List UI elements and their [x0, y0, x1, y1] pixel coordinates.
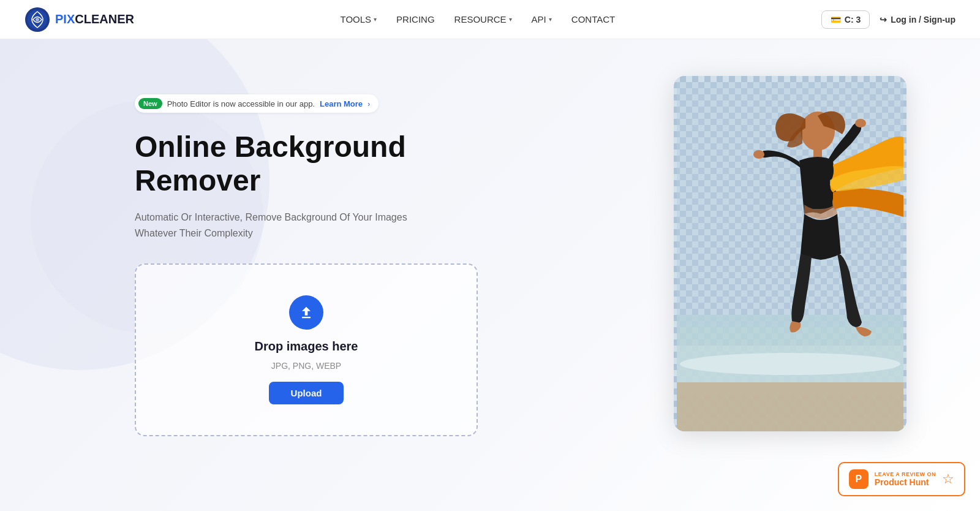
api-chevron-icon: ▾ [549, 16, 552, 23]
upload-button[interactable]: Upload [269, 382, 344, 404]
product-hunt-text: LEAVE A REVIEW ON Product Hunt [875, 471, 936, 487]
ph-bottom-text: Product Hunt [875, 477, 936, 487]
new-badge-label: New [138, 98, 162, 109]
navbar: PIXCLEANER TOOLS ▾ PRICING RESOURCE ▾ AP… [0, 0, 980, 39]
hero-subtitle: Automatic Or Interactive, Remove Backgro… [135, 210, 478, 241]
svg-point-10 [855, 119, 866, 127]
hero-section: New Photo Editor is now accessible in ou… [0, 39, 980, 511]
svg-point-5 [680, 353, 900, 375]
product-hunt-badge[interactable]: P LEAVE A REVIEW ON Product Hunt ☆ [838, 462, 965, 496]
svg-rect-6 [677, 382, 903, 431]
hero-left: New Photo Editor is now accessible in ou… [135, 76, 478, 436]
svg-point-11 [753, 150, 764, 159]
nav-resource[interactable]: RESOURCE ▾ [454, 14, 512, 25]
learn-more-link[interactable]: Learn More [320, 99, 363, 108]
resource-chevron-icon: ▾ [509, 16, 512, 23]
ph-star-icon: ☆ [942, 471, 954, 487]
logo[interactable]: PIXCLEANER [24, 7, 134, 32]
credits-icon: 💳 [831, 15, 841, 25]
nav-tools[interactable]: TOOLS ▾ [341, 14, 377, 25]
upload-dropzone[interactable]: Drop images here JPG, PNG, WEBP Upload [135, 263, 478, 436]
announcement-badge: New Photo Editor is now accessible in ou… [135, 94, 379, 113]
nav-contact[interactable]: CONTACT [571, 14, 615, 25]
svg-point-2 [36, 18, 39, 21]
hero-title: Online Background Remover [135, 130, 478, 197]
upload-icon [289, 295, 323, 330]
login-button[interactable]: ↪ Log in / Sign-up [880, 15, 956, 25]
badge-description: Photo Editor is now accessible in our ap… [167, 99, 315, 108]
login-icon: ↪ [880, 15, 887, 25]
drop-label: Drop images here [255, 339, 358, 354]
nav-right: 💳 C: 3 ↪ Log in / Sign-up [821, 10, 956, 29]
logo-text: PIXCLEANER [55, 12, 134, 26]
logo-icon [24, 7, 50, 32]
ph-top-text: LEAVE A REVIEW ON [875, 471, 936, 477]
hero-image-card [674, 76, 907, 431]
credits-button[interactable]: 💳 C: 3 [821, 10, 870, 29]
woman-figure [677, 82, 903, 431]
upload-arrow-icon [298, 304, 315, 321]
nav-center: TOOLS ▾ PRICING RESOURCE ▾ API ▾ CONTACT [341, 14, 616, 25]
badge-arrow-icon: › [368, 99, 370, 108]
formats-label: JPG, PNG, WEBP [271, 361, 341, 371]
nav-api[interactable]: API ▾ [532, 14, 552, 25]
nav-pricing[interactable]: PRICING [396, 14, 435, 25]
hero-image-area [674, 76, 907, 431]
product-hunt-icon: P [849, 469, 869, 489]
tools-chevron-icon: ▾ [374, 16, 377, 23]
